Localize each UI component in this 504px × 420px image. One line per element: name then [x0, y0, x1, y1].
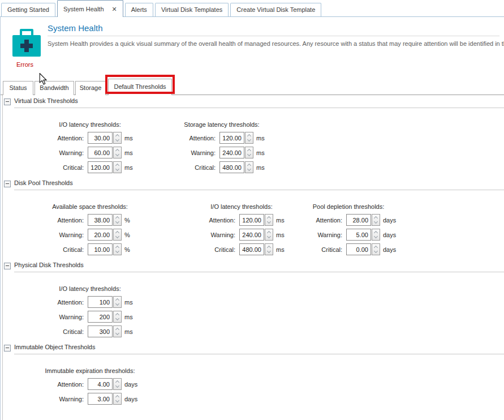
threshold-row: Critical:days [292, 243, 404, 255]
spin-down-button[interactable] [114, 153, 121, 158]
threshold-value-input[interactable] [239, 214, 264, 226]
tab-system-health[interactable]: System Health ✕ [57, 0, 123, 17]
threshold-value-input[interactable] [346, 229, 371, 241]
threshold-value-input[interactable] [219, 132, 244, 144]
spin-down-button[interactable] [114, 302, 121, 308]
section-divider [14, 190, 504, 190]
group-heading: Storage latency thresholds: [166, 121, 278, 130]
section-header: Disk Pool Thresholds [0, 178, 504, 190]
spin-down-button[interactable] [114, 399, 121, 405]
spin-down-button[interactable] [265, 220, 273, 226]
collapse-minus-icon[interactable] [4, 181, 11, 187]
spinner [113, 243, 122, 255]
tab-alerts[interactable]: Alerts [125, 3, 153, 16]
section-divider [14, 108, 504, 108]
spin-down-button[interactable] [114, 317, 121, 323]
tab-getting-started[interactable]: Getting Started [1, 3, 55, 16]
tab-default-thresholds[interactable]: Default Thresholds [108, 79, 172, 95]
threshold-value-input[interactable] [88, 147, 113, 158]
field-label: Critical: [166, 164, 216, 171]
spin-down-button[interactable] [114, 384, 121, 390]
threshold-group-i-o-latency-thresholds: I/O latency thresholds:Attention:msWarni… [186, 203, 298, 258]
field-label: Critical: [34, 164, 84, 171]
collapse-minus-icon[interactable] [4, 345, 11, 352]
field-label: Attention: [34, 217, 84, 224]
unit-label: ms [256, 135, 265, 142]
spin-down-button[interactable] [114, 220, 121, 226]
tab-virtual-disk-templates[interactable]: Virtual Disk Templates [155, 3, 229, 16]
threshold-row: Warning:ms [166, 147, 278, 158]
spinner [245, 161, 253, 173]
threshold-row: Warning:ms [186, 229, 298, 241]
spin-down-button[interactable] [114, 168, 121, 173]
main-tab-bar: Getting Started System Health ✕ Alerts V… [0, 0, 504, 17]
plus-icon [24, 40, 29, 52]
collapse-minus-icon[interactable] [4, 98, 11, 105]
section-header: Physical Disk Thresholds [0, 260, 504, 272]
threshold-value-input[interactable] [88, 296, 113, 308]
spinner [372, 214, 380, 226]
spin-down-button[interactable] [114, 332, 121, 337]
threshold-value-input[interactable] [346, 243, 371, 255]
field-label: Warning: [34, 149, 84, 156]
spin-down-button[interactable] [372, 220, 380, 226]
threshold-value-input[interactable] [219, 147, 244, 158]
unit-label: ms [124, 149, 133, 156]
threshold-row: Attention:ms [166, 132, 278, 144]
unit-label: % [124, 217, 130, 224]
spin-down-button[interactable] [265, 250, 273, 255]
threshold-group-storage-latency-thresholds: Storage latency thresholds:Attention:msW… [166, 121, 278, 176]
tab-storage[interactable]: Storage [75, 81, 106, 95]
section-disk-pool-thresholds: Disk Pool ThresholdsAvailable space thre… [0, 178, 504, 260]
field-label: Attention: [166, 135, 216, 142]
spin-down-button[interactable] [114, 250, 121, 255]
threshold-value-input[interactable] [88, 393, 113, 405]
threshold-value-input[interactable] [346, 214, 371, 226]
threshold-row: Attention:ms [186, 214, 298, 226]
unit-label: days [124, 381, 137, 388]
tab-system-health-label: System Health [63, 1, 104, 17]
threshold-value-input[interactable] [88, 161, 113, 173]
threshold-value-input[interactable] [88, 311, 113, 323]
spin-down-button[interactable] [372, 250, 380, 255]
threshold-row: Warning:days [292, 229, 404, 241]
spinner [113, 393, 122, 405]
threshold-value-input[interactable] [239, 229, 264, 241]
section-immutable-object-thresholds: Immutable Object ThresholdsImmutable exp… [0, 342, 504, 420]
threshold-row: Attention:days [292, 214, 404, 226]
unit-label: days [124, 396, 137, 402]
threshold-value-input[interactable] [88, 229, 113, 241]
tab-create-virtual-disk-template[interactable]: Create Virtual Disk Template [230, 3, 321, 16]
threshold-row: Warning:ms [34, 311, 146, 323]
close-tab-icon[interactable]: ✕ [112, 1, 117, 17]
spin-down-button[interactable] [372, 235, 380, 241]
spinner [372, 243, 380, 255]
threshold-value-input[interactable] [88, 132, 113, 144]
spin-down-button[interactable] [245, 168, 253, 173]
group-heading: I/O latency thresholds: [34, 285, 146, 294]
threshold-value-input[interactable] [88, 214, 113, 226]
threshold-value-input[interactable] [219, 161, 244, 173]
threshold-value-input[interactable] [88, 378, 113, 390]
tab-status[interactable]: Status [3, 81, 33, 95]
spin-down-button[interactable] [265, 235, 273, 241]
threshold-value-input[interactable] [239, 243, 264, 255]
spin-down-button[interactable] [245, 153, 253, 158]
spin-down-button[interactable] [114, 138, 121, 144]
field-label: Warning: [34, 314, 84, 320]
threshold-value-input[interactable] [88, 325, 113, 337]
field-label: Warning: [34, 232, 84, 238]
spinner [245, 147, 253, 158]
threshold-group-available-space-thresholds: Available space thresholds:Attention:%Wa… [34, 203, 146, 258]
spinner [113, 161, 122, 173]
section-title: Virtual Disk Thresholds [14, 97, 78, 104]
group-heading: Immutable expiration thresholds: [34, 367, 146, 376]
tab-bandwidth[interactable]: Bandwidth [35, 81, 74, 95]
unit-label: % [124, 246, 130, 253]
field-label: Warning: [186, 232, 235, 238]
spin-down-button[interactable] [114, 235, 121, 241]
panel-left-border [0, 17, 1, 420]
threshold-value-input[interactable] [88, 243, 113, 255]
collapse-minus-icon[interactable] [4, 263, 11, 269]
spin-down-button[interactable] [245, 138, 253, 144]
